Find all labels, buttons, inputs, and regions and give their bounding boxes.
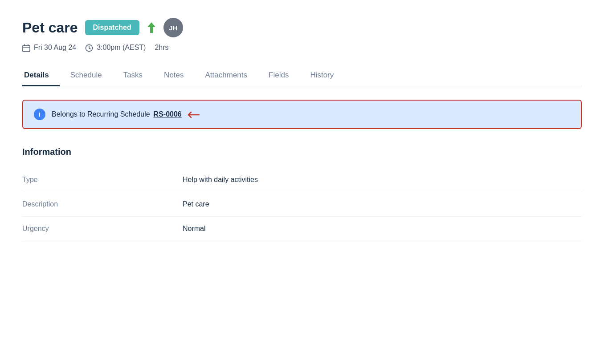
section-title: Information (22, 147, 582, 157)
banner-label: Belongs to Recurring Schedule (52, 110, 150, 118)
value-urgency: Normal (183, 225, 206, 233)
date-text: Fri 30 Aug 24 (34, 44, 76, 52)
info-table: Type Help with daily activities Descript… (22, 168, 582, 241)
value-description: Pet care (183, 200, 209, 208)
duration-text: 2hrs (155, 44, 168, 52)
tab-schedule[interactable]: Schedule (60, 65, 113, 86)
status-badge[interactable]: Dispatched (85, 20, 139, 35)
tab-tasks[interactable]: Tasks (113, 65, 153, 86)
time-text: 3:00pm (AEST) (97, 44, 146, 52)
page-header: Pet care Dispatched JH (22, 18, 582, 37)
information-section: Information Type Help with daily activit… (22, 147, 582, 241)
recurring-schedule-link[interactable]: RS-0006 (154, 110, 182, 118)
clock-icon (85, 44, 93, 52)
value-type: Help with daily activities (183, 176, 258, 184)
info-row-urgency: Urgency Normal (22, 217, 582, 241)
info-row-type: Type Help with daily activities (22, 168, 582, 192)
label-type: Type (22, 176, 183, 184)
tab-history[interactable]: History (299, 65, 344, 86)
tab-details[interactable]: Details (22, 65, 60, 86)
tab-fields[interactable]: Fields (258, 65, 299, 86)
page-subtitle: Fri 30 Aug 24 3:00pm (AEST) 2hrs (22, 44, 582, 52)
priority-up-icon (147, 21, 156, 34)
banner-text: Belongs to Recurring Schedule RS-0006 (52, 109, 200, 119)
label-urgency: Urgency (22, 225, 183, 233)
svg-rect-0 (23, 45, 30, 52)
time-item: 3:00pm (AEST) (85, 44, 146, 52)
tabs-container: Details Schedule Tasks Notes Attachments… (22, 65, 582, 86)
label-description: Description (22, 200, 183, 208)
tab-attachments[interactable]: Attachments (195, 65, 258, 86)
arrow-left-icon (187, 109, 200, 119)
info-row-description: Description Pet care (22, 192, 582, 217)
recurring-schedule-banner: i Belongs to Recurring Schedule RS-0006 (22, 100, 582, 129)
tab-notes[interactable]: Notes (153, 65, 194, 86)
date-item: Fri 30 Aug 24 (22, 44, 76, 52)
page-title: Pet care (22, 20, 78, 36)
info-icon: i (34, 109, 45, 120)
avatar[interactable]: JH (163, 18, 183, 37)
calendar-icon (22, 44, 30, 52)
